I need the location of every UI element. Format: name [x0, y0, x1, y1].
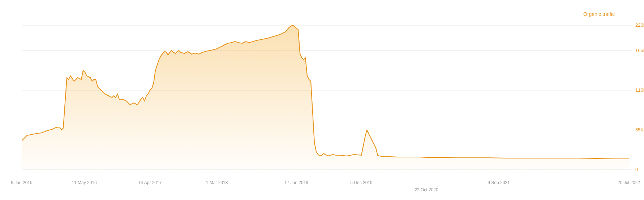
y-label-55k: 55K [635, 127, 644, 132]
y-label-165k: 165K [635, 48, 644, 53]
chart-container: 220K 165K 110K 55K 0 Organic traffic 9 J… [0, 0, 644, 200]
chart-legend-label: Organic traffic [583, 11, 615, 17]
x-label-jan2019: 17 Jan 2019 [284, 180, 308, 185]
chart-area-fill [22, 25, 629, 170]
y-label-110k: 110K [635, 87, 644, 93]
x-label-may2016: 11 May 2016 [72, 180, 97, 185]
x-label-dec2019: 5 Dec 2019 [350, 180, 373, 185]
y-label-0: 0 [635, 167, 638, 172]
x-label-apr2017: 14 Apr 2017 [138, 180, 162, 185]
x-label-oct2020: 22 Oct 2020 [415, 187, 438, 192]
x-label-mar2018: 1 Mar 2018 [206, 180, 228, 185]
x-label-jul2022: 25 Jul 2022 [618, 180, 640, 185]
y-label-220k: 220K [635, 22, 644, 28]
x-label-jun2015: 9 Jun 2015 [11, 180, 33, 185]
x-label-sep2021: 9 Sep 2021 [488, 180, 510, 185]
